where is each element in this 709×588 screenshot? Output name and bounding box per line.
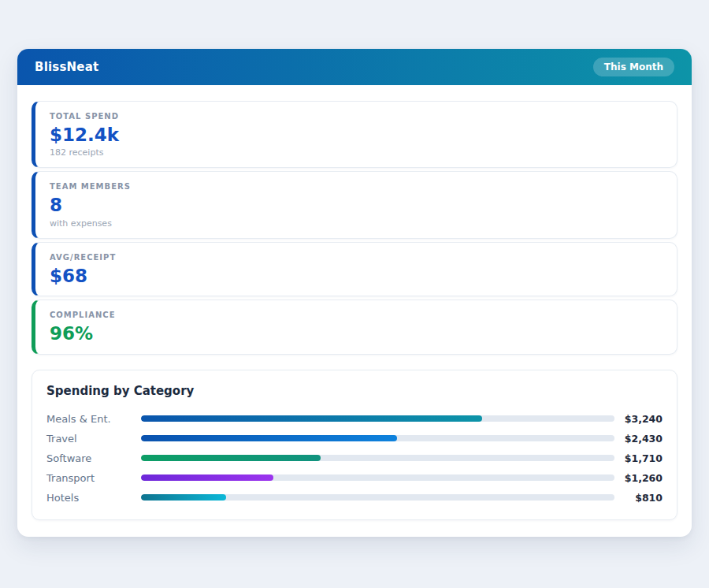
category-bar-track (141, 494, 614, 501)
category-value: $2,430 (622, 433, 663, 445)
category-bar-track (141, 435, 614, 441)
category-row-software: Software $1,710 (46, 448, 663, 468)
category-value: $1,260 (622, 472, 663, 484)
category-label: Software (46, 452, 141, 464)
category-label: Travel (46, 433, 141, 445)
stat-card-compliance: COMPLIANCE 96% (32, 300, 677, 354)
stat-label: AVG/RECEIPT (50, 253, 663, 262)
category-bar-fill (141, 474, 273, 481)
spending-by-category-card: Spending by Category Meals & Ent. $3,240… (32, 370, 677, 520)
spending-title: Spending by Category (46, 384, 663, 398)
category-value: $1,710 (622, 452, 663, 464)
category-bar-fill (141, 415, 482, 422)
app-title: BlissNeat (35, 60, 98, 74)
dashboard-content: TOTAL SPEND $12.4k 182 receipts TEAM MEM… (17, 85, 692, 537)
category-bar-track (141, 474, 614, 481)
app-header: BlissNeat This Month (17, 49, 692, 85)
stat-subtitle: with expenses (50, 218, 663, 229)
category-label: Meals & Ent. (46, 413, 141, 425)
stat-label: TEAM MEMBERS (50, 182, 663, 191)
category-bar-track (141, 455, 614, 461)
stat-label: TOTAL SPEND (50, 112, 663, 121)
category-row-transport: Transport $1,260 (46, 468, 663, 488)
category-row-meals: Meals & Ent. $3,240 (46, 409, 663, 429)
category-row-hotels: Hotels $810 (46, 488, 663, 508)
stat-card-avg-receipt: AVG/RECEIPT $68 (32, 242, 677, 296)
category-label: Hotels (46, 492, 141, 504)
category-bar-fill (141, 494, 226, 501)
stat-value: 96% (50, 323, 663, 344)
stat-card-total-spend: TOTAL SPEND $12.4k 182 receipts (32, 101, 677, 168)
category-row-travel: Travel $2,430 (46, 429, 663, 448)
category-value: $810 (622, 492, 663, 504)
category-bar-fill (141, 455, 321, 461)
stat-card-team-members: TEAM MEMBERS 8 with expenses (32, 171, 677, 238)
category-label: Transport (46, 472, 141, 484)
stat-label: COMPLIANCE (50, 311, 663, 319)
category-value: $3,240 (622, 413, 663, 425)
category-bar-fill (141, 435, 397, 441)
period-badge[interactable]: This Month (593, 58, 674, 76)
stat-subtitle: 182 receipts (50, 147, 663, 158)
category-bar-track (141, 415, 614, 422)
stat-value: 8 (50, 195, 663, 215)
stat-value: $12.4k (50, 125, 663, 145)
stat-value: $68 (50, 266, 663, 286)
dashboard-panel: BlissNeat This Month TOTAL SPEND $12.4k … (17, 49, 692, 537)
